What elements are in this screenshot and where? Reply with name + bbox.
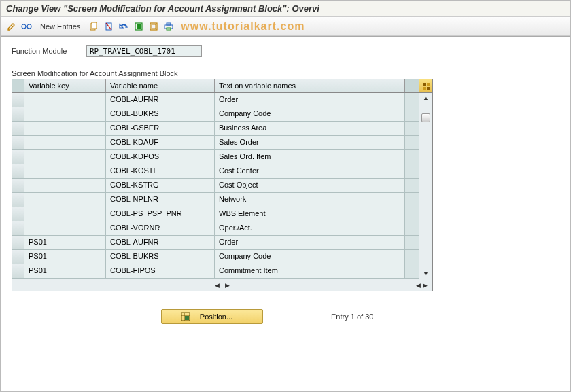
data-grid: Variable key Variable name Text on varia… bbox=[12, 79, 433, 291]
scroll-right-end-icon[interactable]: ◀ ▶ bbox=[414, 282, 430, 289]
function-module-input[interactable] bbox=[86, 45, 202, 57]
row-selector[interactable] bbox=[12, 193, 24, 207]
col-variable-name[interactable]: Variable name bbox=[106, 79, 215, 92]
cell-variable-name[interactable]: COBL-KDPOS bbox=[106, 150, 215, 164]
row-selector[interactable] bbox=[12, 207, 24, 221]
scroll-down-icon[interactable]: ▼ bbox=[423, 270, 429, 277]
col-variable-key[interactable]: Variable key bbox=[24, 79, 106, 92]
row-selector[interactable] bbox=[12, 221, 24, 235]
cell-variable-name[interactable]: COBL-NPLNR bbox=[106, 193, 215, 207]
cell-variable-name[interactable]: COBL-BUKRS bbox=[106, 107, 215, 121]
cell-variable-key[interactable] bbox=[24, 136, 106, 149]
select-all-column[interactable] bbox=[12, 79, 24, 92]
table-row[interactable]: COBL-AUFNROrder bbox=[12, 93, 432, 107]
table-row[interactable]: PS01COBL-AUFNROrder bbox=[12, 236, 432, 250]
row-selector[interactable] bbox=[12, 122, 24, 135]
horizontal-scrollbar[interactable]: ◀ ▶ ◀ ▶ bbox=[12, 279, 432, 291]
cell-variable-key[interactable] bbox=[24, 93, 106, 107]
cell-text[interactable]: Business Area bbox=[215, 122, 405, 135]
svg-point-1 bbox=[27, 24, 31, 29]
table-row[interactable]: COBL-GSBERBusiness Area bbox=[12, 122, 432, 136]
cell-variable-key[interactable] bbox=[24, 193, 106, 207]
cell-text[interactable]: Sales Order bbox=[215, 136, 405, 149]
position-button[interactable]: Position... bbox=[161, 309, 263, 324]
table-row[interactable]: COBL-KDPOSSales Ord. Item bbox=[12, 150, 432, 164]
cell-text[interactable]: WBS Element bbox=[215, 207, 405, 221]
deselect-all-icon[interactable] bbox=[147, 20, 160, 33]
cell-variable-key[interactable] bbox=[24, 107, 106, 121]
app-toolbar: New Entries www.tutorialkart.com bbox=[1, 17, 570, 36]
new-entries-button[interactable]: New Entries bbox=[35, 21, 86, 32]
svg-point-0 bbox=[22, 24, 26, 29]
scroll-thumb[interactable] bbox=[421, 113, 430, 122]
table-row[interactable]: PS01COBL-BUKRSCompany Code bbox=[12, 250, 432, 264]
select-all-icon[interactable] bbox=[132, 20, 145, 33]
row-selector[interactable] bbox=[12, 93, 24, 107]
svg-rect-21 bbox=[185, 316, 189, 320]
cell-variable-key[interactable]: PS01 bbox=[24, 250, 106, 264]
cell-variable-key[interactable] bbox=[24, 164, 106, 178]
cell-variable-name[interactable]: COBL-GSBER bbox=[106, 122, 215, 135]
cell-variable-name[interactable]: COBL-KDAUF bbox=[106, 136, 215, 149]
grid-header: Variable key Variable name Text on varia… bbox=[12, 79, 432, 93]
cell-text[interactable]: Commitment Item bbox=[215, 264, 405, 278]
delete-icon[interactable] bbox=[102, 20, 116, 33]
cell-variable-key[interactable]: PS01 bbox=[24, 264, 106, 278]
cell-variable-name[interactable]: COBL-FIPOS bbox=[106, 264, 215, 278]
table-row[interactable]: COBL-NPLNRNetwork bbox=[12, 193, 432, 207]
cell-variable-key[interactable] bbox=[24, 221, 106, 235]
row-selector[interactable] bbox=[12, 107, 24, 121]
grid-body: COBL-AUFNROrderCOBL-BUKRSCompany CodeCOB… bbox=[12, 93, 432, 279]
cell-text[interactable]: Order bbox=[215, 236, 405, 249]
glasses-icon[interactable] bbox=[20, 20, 33, 33]
cell-variable-name[interactable]: COBL-KOSTL bbox=[106, 164, 215, 178]
table-row[interactable]: PS01COBL-FIPOSCommitment Item bbox=[12, 264, 432, 279]
row-selector[interactable] bbox=[12, 179, 24, 192]
cell-text[interactable]: Network bbox=[215, 193, 405, 207]
row-selector[interactable] bbox=[12, 150, 24, 164]
cell-variable-name[interactable]: COBL-AUFNR bbox=[106, 93, 215, 107]
row-selector[interactable] bbox=[12, 264, 24, 278]
cell-variable-name[interactable]: COBL-AUFNR bbox=[106, 236, 215, 249]
copy-icon[interactable] bbox=[87, 20, 101, 33]
cell-variable-name[interactable]: COBL-BUKRS bbox=[106, 250, 215, 264]
cell-text[interactable]: Company Code bbox=[215, 250, 405, 264]
entry-counter: Entry 1 of 30 bbox=[331, 313, 373, 321]
cell-variable-name[interactable]: COBL-KSTRG bbox=[106, 179, 215, 192]
cell-variable-name[interactable]: COBL-PS_PSP_PNR bbox=[106, 207, 215, 221]
row-selector[interactable] bbox=[12, 236, 24, 249]
row-selector[interactable] bbox=[12, 164, 24, 178]
table-row[interactable]: COBL-KSTRGCost Object bbox=[12, 179, 432, 193]
cell-variable-name[interactable]: COBL-VORNR bbox=[106, 221, 215, 235]
change-icon[interactable] bbox=[5, 20, 18, 33]
cell-variable-key[interactable] bbox=[24, 179, 106, 192]
table-row[interactable]: COBL-VORNROper./Act. bbox=[12, 221, 432, 236]
scroll-up-icon[interactable]: ▲ bbox=[423, 94, 429, 101]
cell-variable-key[interactable] bbox=[24, 207, 106, 221]
table-row[interactable]: COBL-KDAUFSales Order bbox=[12, 136, 432, 150]
configure-columns-icon[interactable] bbox=[419, 79, 432, 92]
svg-rect-15 bbox=[427, 83, 430, 86]
col-text-on-variable[interactable]: Text on variable names bbox=[215, 79, 405, 92]
cell-variable-key[interactable] bbox=[24, 150, 106, 164]
svg-rect-17 bbox=[427, 87, 430, 90]
cell-variable-key[interactable]: PS01 bbox=[24, 236, 106, 249]
cell-text[interactable]: Sales Ord. Item bbox=[215, 150, 405, 164]
print-icon[interactable] bbox=[162, 20, 175, 33]
svg-rect-8 bbox=[137, 24, 141, 29]
row-selector[interactable] bbox=[12, 250, 24, 264]
cell-text[interactable]: Oper./Act. bbox=[215, 221, 405, 235]
cell-variable-key[interactable] bbox=[24, 122, 106, 135]
undo-icon[interactable] bbox=[117, 20, 131, 33]
vertical-scrollbar[interactable]: ▲ ▼ bbox=[419, 93, 432, 279]
cell-text[interactable]: Cost Object bbox=[215, 179, 405, 192]
table-row[interactable]: COBL-KOSTLCost Center bbox=[12, 164, 432, 179]
cell-text[interactable]: Cost Center bbox=[215, 164, 405, 178]
table-row[interactable]: COBL-PS_PSP_PNRWBS Element bbox=[12, 207, 432, 221]
scroll-right-step-icon[interactable]: ▶ bbox=[223, 282, 232, 289]
table-row[interactable]: COBL-BUKRSCompany Code bbox=[12, 107, 432, 122]
scroll-left-icon[interactable]: ◀ bbox=[213, 282, 222, 289]
row-selector[interactable] bbox=[12, 136, 24, 149]
cell-text[interactable]: Order bbox=[215, 93, 405, 107]
cell-text[interactable]: Company Code bbox=[215, 107, 405, 121]
